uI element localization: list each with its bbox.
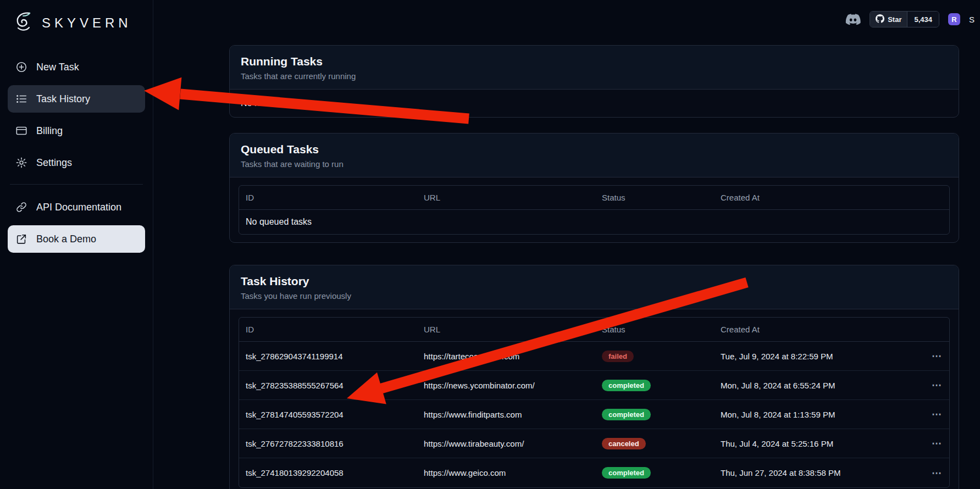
row-actions-button[interactable]: [914, 379, 949, 391]
column-header-url: URL: [417, 193, 595, 202]
row-actions-button[interactable]: [914, 467, 949, 479]
github-star-label: Star: [888, 15, 901, 24]
main-content: Running Tasks Tasks that are currently r…: [153, 0, 980, 489]
task-id-cell: tsk_278235388555267564: [239, 381, 417, 390]
skyvern-logo[interactable]: SKYVERN: [8, 9, 145, 37]
running-tasks-card: Running Tasks Tasks that are currently r…: [229, 45, 959, 118]
list-icon: [15, 93, 27, 105]
created-at-cell: Mon, Jul 8, 2024 at 1:13:59 PM: [714, 410, 914, 419]
sidebar-item-settings[interactable]: Settings: [8, 149, 145, 176]
created-at-cell: Tue, Jul 9, 2024 at 8:22:59 PM: [714, 352, 914, 361]
sidebar-item-task-history[interactable]: Task History: [8, 85, 145, 113]
plus-circle-icon: [15, 61, 27, 73]
task-history-card: Task History Tasks you have run previous…: [229, 265, 959, 489]
created-at-cell: Mon, Jul 8, 2024 at 6:55:24 PM: [714, 381, 914, 390]
task-url-cell: https://www.tirabeauty.com/: [417, 439, 595, 448]
queued-tasks-header: Queued Tasks Tasks that are waiting to r…: [230, 134, 959, 177]
card-title: Running Tasks: [241, 55, 948, 68]
task-id-cell: tsk_274180139292204058: [239, 468, 417, 477]
sidebar-item-label: Task History: [36, 93, 90, 105]
task-url-cell: https://news.ycombinator.com/: [417, 381, 595, 390]
sidebar-item-label: Settings: [36, 157, 72, 169]
brand-name: SKYVERN: [42, 15, 132, 31]
sidebar-item-api-documentation[interactable]: API Documentation: [8, 193, 145, 221]
card-subtitle: Tasks that are waiting to run: [241, 159, 948, 169]
created-at-cell: Thu, Jul 4, 2024 at 5:25:16 PM: [714, 439, 914, 448]
table-row[interactable]: tsk_278629043741199914 https://tartecosm…: [239, 342, 949, 371]
table-row[interactable]: tsk_274180139292204058 https://www.geico…: [239, 458, 949, 487]
card-title: Task History: [241, 275, 948, 288]
github-star-count: 5,434: [907, 12, 939, 27]
row-actions-button[interactable]: [914, 437, 949, 449]
avatar[interactable]: R: [948, 13, 960, 25]
task-url-cell: https://www.finditparts.com: [417, 410, 595, 419]
status-badge: canceled: [602, 438, 646, 449]
skyvern-dragon-icon: [11, 10, 36, 36]
running-tasks-empty: No running tasks: [230, 90, 959, 117]
column-header-id: ID: [239, 193, 417, 202]
task-url-cell: https://tartecosmetics.com: [417, 352, 595, 361]
task-history-table: ID URL Status Created At tsk_27862904374…: [239, 317, 950, 488]
app-window: SKYVERN New Task Task History: [0, 0, 980, 489]
queued-tasks-table: ID URL Status Created At No queued tasks: [239, 185, 950, 235]
table-row[interactable]: tsk_276727822333810816 https://www.tirab…: [239, 429, 949, 458]
card-title: Queued Tasks: [241, 143, 948, 156]
sidebar: SKYVERN New Task Task History: [0, 0, 153, 489]
column-header-created-at: Created At: [714, 325, 914, 334]
column-header-status: Status: [595, 325, 714, 334]
row-actions-button[interactable]: [914, 408, 949, 420]
status-badge: failed: [602, 351, 634, 362]
status-badge: completed: [602, 467, 651, 479]
user-name-label: S: [969, 15, 980, 24]
card-subtitle: Tasks you have run previously: [241, 291, 948, 301]
table-row[interactable]: tsk_278147405593572204 https://www.findi…: [239, 400, 949, 429]
external-link-icon: [15, 233, 27, 245]
running-tasks-header: Running Tasks Tasks that are currently r…: [230, 46, 959, 90]
column-header-created-at: Created At: [714, 193, 914, 202]
queued-tasks-empty: No queued tasks: [239, 210, 949, 234]
table-header-row: ID URL Status Created At: [239, 318, 949, 342]
task-url-cell: https://www.geico.com: [417, 468, 595, 477]
queued-tasks-card: Queued Tasks Tasks that are waiting to r…: [229, 133, 959, 243]
discord-icon[interactable]: [845, 14, 861, 25]
card-subtitle: Tasks that are currently running: [241, 71, 948, 81]
column-header-id: ID: [239, 325, 417, 334]
created-at-cell: Thu, Jun 27, 2024 at 8:38:58 PM: [714, 468, 914, 477]
sidebar-item-book-a-demo[interactable]: Book a Demo: [8, 225, 145, 253]
credit-card-icon: [15, 125, 27, 137]
table-row[interactable]: tsk_278235388555267564 https://news.ycom…: [239, 371, 949, 400]
task-history-header: Task History Tasks you have run previous…: [230, 265, 959, 309]
sidebar-item-label: Book a Demo: [36, 234, 96, 245]
task-id-cell: tsk_276727822333810816: [239, 439, 417, 448]
row-actions-button[interactable]: [914, 350, 949, 362]
task-id-cell: tsk_278629043741199914: [239, 352, 417, 361]
task-id-cell: tsk_278147405593572204: [239, 410, 417, 419]
sidebar-item-billing[interactable]: Billing: [8, 117, 145, 145]
status-badge: completed: [602, 380, 651, 391]
sidebar-item-label: API Documentation: [36, 202, 121, 213]
sidebar-divider: [10, 184, 143, 185]
github-star-button[interactable]: Star 5,434: [870, 11, 939, 27]
github-icon: [876, 14, 884, 25]
topbar: Star 5,434 R S: [845, 10, 980, 29]
link-icon: [15, 201, 27, 213]
sidebar-item-label: Billing: [36, 125, 63, 137]
status-badge: completed: [602, 409, 651, 420]
gear-icon: [15, 157, 27, 169]
sidebar-item-label: New Task: [36, 62, 79, 73]
sidebar-item-new-task[interactable]: New Task: [8, 53, 145, 81]
column-header-status: Status: [595, 193, 714, 202]
column-header-url: URL: [417, 325, 595, 334]
table-header-row: ID URL Status Created At: [239, 186, 949, 210]
